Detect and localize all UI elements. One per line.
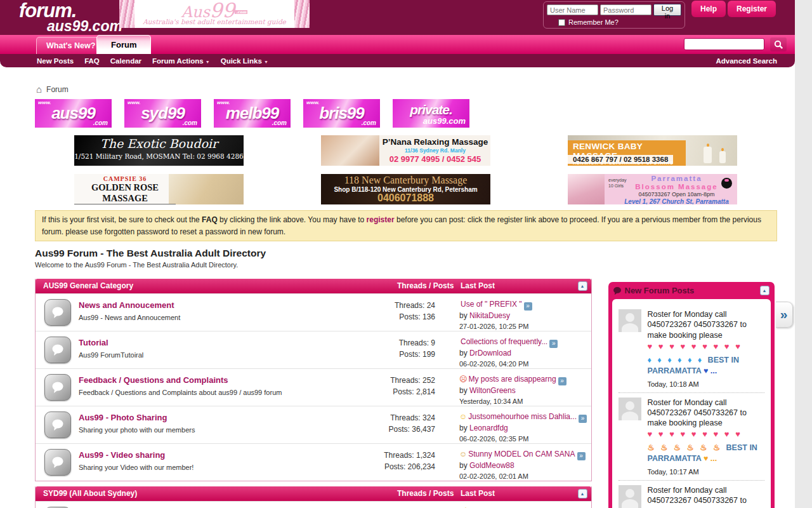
post-title-link[interactable]: Roster for Monday call 0450723267 045073… [648, 398, 764, 429]
last-post-user-link[interactable]: NikitaDuesy [469, 311, 510, 320]
help-button[interactable]: Help [691, 1, 726, 17]
forum-link[interactable]: News and Annoucement [79, 300, 174, 310]
tab-forum[interactable]: Forum [96, 35, 151, 54]
forum-link[interactable]: Tutorial [79, 338, 108, 347]
forum-stats: Threads: 1,324Posts: 206,234 [353, 450, 435, 472]
username-field[interactable] [547, 4, 598, 15]
nav-forum-actions[interactable]: Forum Actions▼ [152, 57, 210, 65]
collapse-category-button[interactable]: ▲ [578, 489, 587, 498]
page-title: Aus99 Forum - The Best Australia Adult D… [35, 248, 795, 259]
sidebar-post: Roster for Monday call 0450723267 045073… [619, 480, 764, 508]
banner-tagline: Australia's best adult entertainment gui… [119, 18, 310, 25]
smiley-face-icon: ☺ [459, 412, 467, 421]
ad-pnana-massage[interactable]: P’Nana Relaxing Massage 11/36 Sydney Rd.… [321, 135, 490, 166]
ad-canterbury-massage[interactable]: 118 New Canterbury Massage Shop B/118-12… [321, 174, 490, 204]
last-post-date: 06-02-2026, 04:20 PM [459, 359, 591, 369]
forum-link[interactable]: Aus99 - Photo Sharing [79, 413, 167, 422]
home-icon[interactable]: ⌂ [36, 84, 42, 95]
forum-description: Aus99 - News and Annoucement [79, 314, 351, 321]
banner-private-aus99[interactable]: private. aus99.com [393, 99, 469, 128]
post-title-link[interactable]: Roster for Monday call 0450723267 045073… [648, 309, 764, 340]
last-post-date: 27-01-2026, 10:25 PM [459, 322, 591, 331]
banner-syd99[interactable]: www. syd99 .com [124, 99, 201, 128]
last-post-user-link[interactable]: GoldMeow88 [469, 461, 514, 470]
last-post-user-link[interactable]: WiltonGreens [469, 386, 516, 395]
sidebar-toggle-button[interactable]: » [776, 302, 793, 328]
advanced-search-link[interactable]: Advanced Search [716, 57, 777, 65]
collapse-category-button[interactable]: ▲ [578, 281, 587, 291]
sub-nav: New Posts FAQ Calendar Forum Actions▼ Qu… [0, 54, 795, 67]
category-title: SYD99 (All About Sydney) [43, 489, 137, 498]
last-post-title-link[interactable]: My posts are disappearng [469, 375, 556, 384]
register-link[interactable]: register [367, 215, 395, 224]
forum-link[interactable]: Feedback / Questions and Complaints [79, 375, 228, 385]
faq-link[interactable]: FAQ [202, 215, 218, 224]
gem-icons: ♦ ♦ ♦ ♦ ♦ ♦ [648, 356, 708, 364]
last-post-date: Yesterday, 10:34 AM [459, 397, 591, 406]
forum-description: Feedback / Questions and Complaints abou… [79, 389, 351, 396]
candle-graphic [719, 151, 726, 163]
breadcrumb: ⌂ Forum [36, 84, 795, 95]
forum-row-sydney-shop-girl-info: Sydney - Shop and Girl InfoTalk about Sy… [36, 501, 591, 508]
last-post-cell: ☺Stunny MODEL On CAM SANA» by GoldMeow88… [459, 449, 591, 481]
banner-bris99[interactable]: www. bris99 .com [303, 99, 380, 128]
password-field[interactable] [600, 4, 652, 15]
goto-last-post-icon[interactable]: » [577, 452, 586, 460]
smiley-face-icon: ☺ [459, 450, 467, 458]
post-title-link[interactable]: Roster for Monday call 0450723267 045073… [648, 485, 764, 508]
heart-icon: ♥ ... [704, 366, 717, 375]
nav-calendar[interactable]: Calendar [110, 57, 141, 65]
ad-golden-rose-massage[interactable]: CAMPSIE 36 GOLDEN ROSE MASSAGE 36 NORTH … [74, 174, 244, 204]
ad-blossom-massage[interactable]: everyday10 Girls Parramatta Blossom Mass… [568, 174, 737, 204]
login-button[interactable]: Log in [653, 4, 681, 16]
last-post-user-link[interactable]: DrDownload [469, 349, 511, 358]
goto-last-post-icon[interactable]: » [579, 415, 587, 423]
goto-last-post-icon[interactable]: » [558, 377, 566, 385]
register-button[interactable]: Register [728, 1, 776, 17]
header-banner-ad[interactable]: Aus99.com Australia's best adult enterta… [119, 0, 310, 28]
banner-com-badge: .com [235, 10, 247, 14]
first-visit-notice: If this is your first visit, be sure to … [35, 210, 777, 241]
breadcrumb-forum-link[interactable]: Forum [46, 85, 69, 94]
last-post-date: 02-02-2026, 02:01 AM [459, 472, 591, 481]
ad-photo [321, 135, 379, 166]
search-input[interactable] [684, 38, 764, 50]
search-button[interactable] [770, 37, 787, 51]
last-post-user-link[interactable]: Leonardfdg [469, 424, 508, 432]
column-last-post: Last Post [461, 486, 495, 501]
remember-me-checkbox[interactable] [558, 19, 565, 26]
goto-last-post-icon[interactable]: » [549, 340, 558, 348]
tab-whats-new[interactable]: What's New? [36, 37, 105, 54]
last-post-title-link[interactable]: Justsomehourhoe miss Dahlia... [468, 412, 577, 421]
site-logo[interactable]: forum. aus99.com [19, 1, 122, 34]
nav-quick-links[interactable]: Quick Links▼ [221, 57, 268, 65]
ad-exotic-boudoir[interactable]: The Exotic Boudoir 1/521 Military Road, … [74, 135, 244, 166]
chevron-down-icon: ▼ [264, 60, 268, 64]
last-post-title-link[interactable]: Stunny MODEL On CAM SANA [468, 450, 575, 458]
ad-renwick-massage[interactable]: RENWICK BABY MASSAGE RENWICK ST LEICHHAR… [568, 135, 737, 166]
forum-status-icon [44, 449, 71, 476]
collapse-widget-button[interactable]: ▲ [760, 286, 769, 295]
avatar[interactable] [619, 309, 641, 332]
last-post-title-link[interactable]: Use of " PREFIX " [461, 300, 522, 309]
page-subtitle: Welcome to the Aus99 Forum - The Best Au… [35, 261, 795, 269]
sidebar-post: Roster for Monday call 0450723267 045073… [619, 305, 764, 392]
header: forum. aus99.com Aus99.com Australia's b… [0, 0, 795, 35]
forum-row-photo-sharing: Aus99 - Photo SharingSharing your photo … [36, 406, 591, 443]
forum-description: Aus99 ForumTutoiral [79, 351, 351, 359]
forum-row-feedback: Feedback / Questions and ComplaintsFeedb… [36, 368, 591, 406]
sidebar-post: Roster for Monday call 0450723267 045073… [619, 392, 764, 481]
ad-row-1: The Exotic Boudoir 1/521 Military Road, … [74, 135, 795, 166]
nav-new-posts[interactable]: New Posts [37, 57, 74, 65]
forum-link[interactable]: Aus99 - Video sharing [79, 450, 165, 460]
banner-melb99[interactable]: www. melb99 .com [214, 99, 291, 128]
post-time: Today, 10:17 AM [648, 468, 764, 476]
avatar[interactable] [619, 485, 641, 508]
forum-status-icon [44, 411, 71, 438]
avatar[interactable] [619, 398, 641, 420]
nav-faq[interactable]: FAQ [84, 57, 100, 65]
goto-last-post-icon[interactable]: » [524, 302, 532, 311]
banner-aus99[interactable]: www. aus99 .com [35, 99, 112, 128]
sidebar: New Forum Posts ▲ Roster for Monday call… [608, 279, 796, 508]
last-post-title-link[interactable]: Collections of frequently... [461, 337, 547, 346]
